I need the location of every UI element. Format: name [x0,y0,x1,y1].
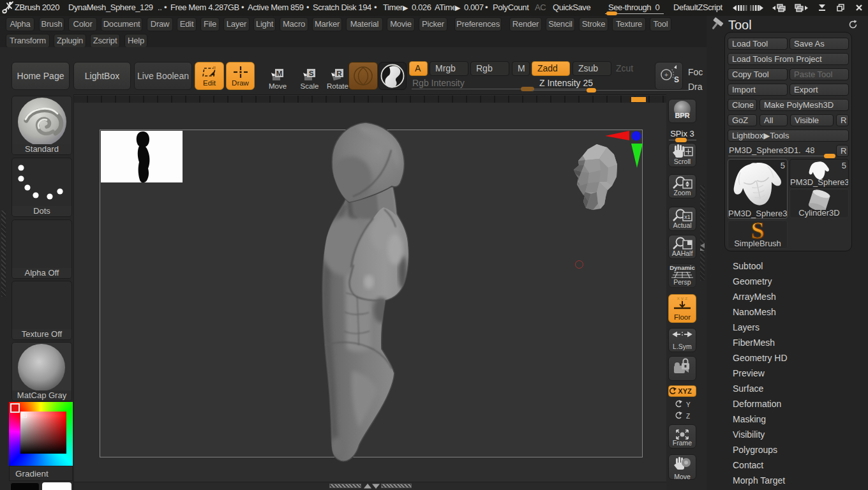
svg-text:Dynamic: Dynamic [670,264,695,271]
svg-text:Y: Y [686,401,691,408]
svg-text:+: + [664,71,668,78]
svg-text:x1: x1 [684,214,691,220]
svg-text:S: S [751,221,764,241]
svg-text:Z: Z [686,413,690,420]
svg-text:M: M [276,70,283,77]
svg-text:S: S [309,70,314,77]
svg-text:XYZ: XYZ [678,387,692,395]
svg-text:S: S [674,75,679,84]
svg-text:x y z: x y z [677,295,687,301]
svg-text:BPR: BPR [675,112,689,119]
svg-text:R: R [336,70,342,77]
